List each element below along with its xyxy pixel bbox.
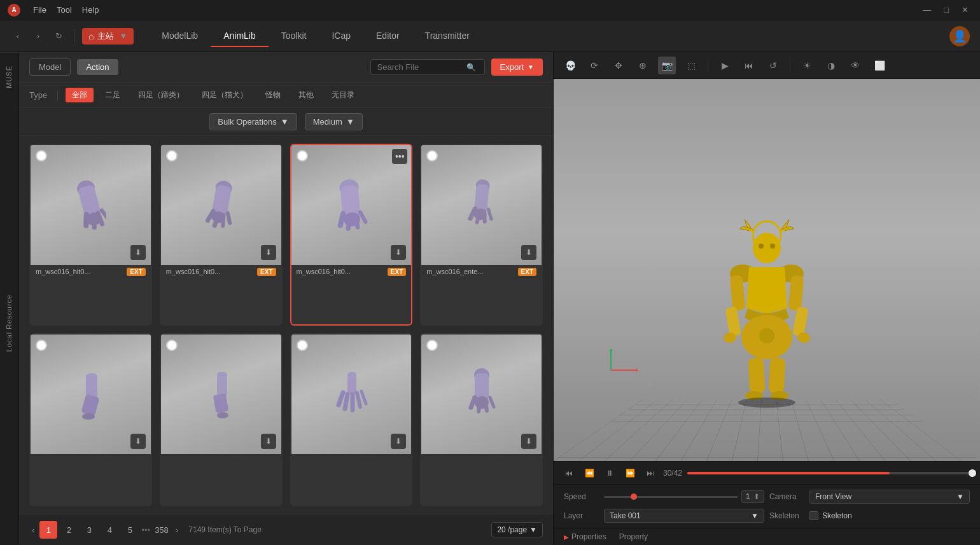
- layer-dropdown[interactable]: Take 001 ▼: [604, 509, 764, 523]
- skeleton-checkbox[interactable]: [809, 511, 818, 520]
- model-button[interactable]: Model: [29, 59, 71, 76]
- tl-progress[interactable]: [687, 472, 972, 474]
- type-filter-label: Type: [29, 90, 47, 100]
- grid-check-3[interactable]: [297, 150, 308, 162]
- grid-item-3[interactable]: ••• ⬇ m_wsc016_hit0... EXT: [290, 144, 413, 326]
- speed-slider[interactable]: [604, 496, 738, 498]
- page-1-button[interactable]: 1: [39, 521, 57, 539]
- type-uncategorized[interactable]: 无目录: [325, 88, 361, 102]
- tl-play-button[interactable]: ⏸: [602, 466, 617, 481]
- close-button[interactable]: ✕: [958, 4, 972, 16]
- sidebar-local-resource[interactable]: Local Resource: [0, 101, 18, 545]
- grid-download-1[interactable]: ⬇: [130, 245, 146, 260]
- page-size-selector[interactable]: 20 /page ▼: [491, 522, 543, 537]
- tl-thumb: [969, 469, 976, 477]
- grid-item-4[interactable]: ⬇ m_wsc016_ente... EXT: [420, 144, 543, 326]
- grid-download-8[interactable]: ⬇: [521, 434, 536, 449]
- menu-help[interactable]: Help: [82, 5, 99, 15]
- tab-editor[interactable]: Editor: [363, 25, 412, 47]
- svg-rect-56: [792, 307, 809, 336]
- grid-download-6[interactable]: ⬇: [261, 434, 276, 449]
- last-page-button[interactable]: 358: [153, 521, 171, 539]
- back-button[interactable]: ‹: [10, 29, 25, 44]
- properties-section[interactable]: ▶ Properties: [564, 532, 606, 541]
- tl-first-button[interactable]: ⏮: [561, 466, 577, 481]
- grid-check-1[interactable]: [36, 150, 47, 162]
- loop-icon[interactable]: ↺: [764, 57, 782, 74]
- page-3-button[interactable]: 3: [80, 521, 98, 539]
- grid-item-2[interactable]: ⬇ m_wsc016_hit0... EXT: [160, 144, 283, 326]
- tab-transmitter[interactable]: Transmitter: [412, 25, 482, 47]
- grid-check-8[interactable]: [426, 340, 438, 351]
- skull-icon[interactable]: 💀: [561, 57, 579, 74]
- grid-download-7[interactable]: ⬇: [391, 434, 406, 449]
- type-quad-hoof[interactable]: 四足（蹄类）: [132, 88, 190, 102]
- home-dropdown-icon[interactable]: ▼: [119, 31, 127, 41]
- prev-page-button[interactable]: ‹: [29, 525, 37, 535]
- camera-dropdown[interactable]: Front View ▼: [809, 490, 970, 504]
- title-bar-menu: File Tool Help: [33, 5, 99, 15]
- sync-icon[interactable]: ⟳: [585, 57, 603, 74]
- grid-item-5[interactable]: ⬇: [29, 333, 152, 507]
- minimize-button[interactable]: —: [919, 4, 935, 16]
- sidebar-muse[interactable]: MUSE: [0, 52, 18, 101]
- move-icon[interactable]: ✥: [610, 57, 627, 74]
- type-biped[interactable]: 二足: [99, 88, 127, 102]
- grid-item-6[interactable]: ⬇: [160, 333, 283, 507]
- tl-last-button[interactable]: ⏭: [643, 466, 658, 481]
- page-5-button[interactable]: 5: [121, 521, 139, 539]
- viewport-panel: 💀 ⟳ ✥ ⊕ 📷 ⬚ ▶ ⏮ ↺ ☀ ◑ 👁 ⬜: [554, 52, 980, 545]
- viewport-3d[interactable]: [554, 79, 980, 461]
- page-2-button[interactable]: 2: [60, 521, 78, 539]
- menu-file[interactable]: File: [33, 5, 46, 15]
- bulk-operations-button[interactable]: Bulk Operations ▼: [209, 113, 297, 130]
- maximize-button[interactable]: □: [940, 4, 953, 16]
- home-button[interactable]: ⌂ 主站 ▼: [82, 28, 134, 45]
- grid-item-8[interactable]: ⬇: [420, 333, 543, 507]
- grid-download-2[interactable]: ⬇: [261, 245, 276, 260]
- svg-point-49: [759, 244, 764, 249]
- action-button[interactable]: Action: [77, 59, 118, 75]
- tl-next-button[interactable]: ⏩: [622, 466, 638, 481]
- forward-button[interactable]: ›: [31, 29, 46, 44]
- display-icon[interactable]: ⬜: [871, 57, 888, 74]
- grid-item-1[interactable]: ⬇ m_wsc016_hit0... EXT: [29, 144, 152, 326]
- half-circle-icon[interactable]: ◑: [822, 57, 840, 74]
- export-button[interactable]: Export ▼: [491, 59, 543, 76]
- tl-prev-button[interactable]: ⏪: [582, 466, 597, 481]
- grid-check-6[interactable]: [166, 340, 178, 351]
- type-other[interactable]: 其他: [292, 88, 320, 102]
- grid-item-7[interactable]: ⬇: [290, 333, 413, 507]
- timeline-bar: ⏮ ⏪ ⏸ ⏩ ⏭ 30/42: [554, 461, 980, 484]
- tab-icap[interactable]: ICap: [319, 25, 363, 47]
- search-input[interactable]: [377, 62, 466, 72]
- type-monster[interactable]: 怪物: [259, 88, 287, 102]
- search-icon: 🔍: [466, 63, 476, 72]
- grid-menu-3[interactable]: •••: [392, 149, 407, 164]
- type-quad-cat[interactable]: 四足（猫犬）: [195, 88, 254, 102]
- zoom-icon[interactable]: ⊕: [634, 57, 652, 74]
- menu-tool[interactable]: Tool: [57, 5, 72, 15]
- grid-download-5[interactable]: ⬇: [130, 434, 146, 449]
- record-icon[interactable]: ▶: [716, 57, 734, 74]
- grid-check-2[interactable]: [166, 150, 178, 162]
- grid-check-7[interactable]: [297, 340, 308, 351]
- grid-download-4[interactable]: ⬇: [521, 245, 536, 260]
- user-avatar[interactable]: 👤: [949, 26, 970, 46]
- grid-download-3[interactable]: ⬇: [391, 245, 406, 260]
- type-all[interactable]: 全部: [66, 88, 94, 102]
- property-section[interactable]: Property: [619, 532, 648, 541]
- frame-icon[interactable]: ⬚: [682, 57, 700, 74]
- rewind-icon[interactable]: ⏮: [740, 57, 758, 74]
- tab-modellib[interactable]: ModelLib: [149, 25, 211, 47]
- refresh-button[interactable]: ↻: [51, 29, 66, 44]
- tab-animlib[interactable]: AnimLib: [211, 25, 269, 47]
- next-page-button[interactable]: ›: [173, 525, 181, 535]
- tab-toolkit[interactable]: Toolkit: [269, 25, 319, 47]
- grid-check-5[interactable]: [36, 340, 47, 351]
- camera-snap-icon[interactable]: 📷: [658, 57, 676, 74]
- medium-button[interactable]: Medium ▼: [305, 113, 363, 130]
- eye-icon[interactable]: 👁: [846, 57, 864, 74]
- light-icon[interactable]: ☀: [798, 57, 816, 74]
- page-4-button[interactable]: 4: [101, 521, 118, 539]
